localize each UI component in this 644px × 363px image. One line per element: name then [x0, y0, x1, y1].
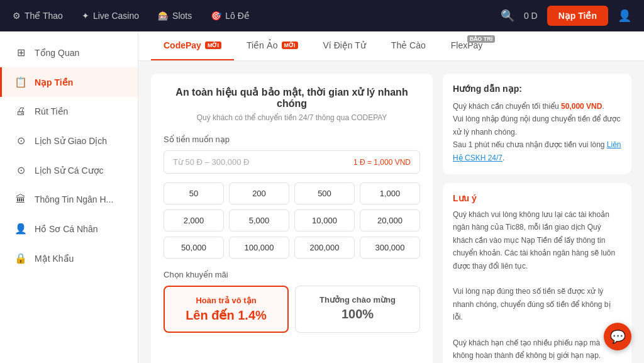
amount-input-wrapper[interactable]: Từ 50 Đ – 300,000 Đ 1 Đ = 1,000 VND: [164, 150, 420, 174]
panel-title: An toàn hiệu quả bảo mật, thời gian xử l…: [164, 86, 420, 109]
sidebar-label-ngan-hang: Thông Tin Ngân H...: [35, 194, 113, 204]
nap-tien-icon: 📋: [14, 76, 27, 88]
amount-grid: 50 200 500 1,000 2,000 5,000 10,000 20,0…: [164, 182, 420, 259]
tab-flexpay[interactable]: FlexPay BẢO TRÌ: [438, 31, 496, 60]
guide-text: Quý khách cần chuyển tối thiểu 50,000 VN…: [453, 100, 621, 164]
sidebar-item-ho-so-ca-nhan[interactable]: 👤 Hồ Sơ Cá Nhân: [0, 214, 138, 243]
promo-section: Chọn khuyến mãi Hoàn trả vô tận Lên đến …: [164, 270, 420, 333]
amount-btn-200000[interactable]: 200,000: [294, 237, 355, 259]
the-thao-icon: ⚙: [13, 11, 21, 21]
nav-item-lo-de[interactable]: 🎯 Lô Đề: [211, 11, 250, 21]
panel-subtitle: Quý khách có thể chuyển tiền 24/7 thông …: [164, 113, 420, 122]
amount-btn-2000[interactable]: 2,000: [164, 209, 224, 232]
slots-icon: 🎰: [158, 11, 169, 21]
guide-highlight-amount: 50,000 VND: [561, 102, 602, 111]
amount-btn-10000[interactable]: 10,000: [294, 209, 355, 232]
sidebar-label-ho-so: Hồ Sơ Cá Nhân: [35, 224, 97, 234]
tab-label-the-cao: Thẻ Cào: [391, 40, 426, 50]
sidebar: ⊞ Tổng Quan 📋 Nạp Tiền 🖨 Rút Tiền ⊙ Lịch…: [0, 31, 138, 363]
lo-de-icon: 🎯: [211, 11, 221, 21]
amount-btn-20000[interactable]: 20,000: [360, 209, 420, 232]
tab-label-vi-dien-tu: Ví Điện Tử: [323, 40, 366, 50]
tab-the-cao[interactable]: Thẻ Cào: [379, 31, 438, 60]
sidebar-item-lich-su-giao-dich[interactable]: ⊙ Lịch Sử Giao Dịch: [0, 126, 138, 155]
promo-value-hoan-tra: Lên đến 1.4%: [174, 308, 279, 323]
amount-btn-100000[interactable]: 100,000: [229, 237, 289, 259]
tong-quan-icon: ⊞: [14, 47, 27, 59]
rut-tien-icon: 🖨: [14, 106, 27, 117]
tab-label-codepay: CodePay: [164, 40, 201, 50]
guide-box: Hướng dẫn nạp: Quý khách cần chuyển tối …: [443, 74, 631, 174]
tabs-bar: CodePay MỚI Tiền Ảo MỚI Ví Điện Tử Thẻ C…: [138, 31, 644, 61]
ho-so-icon: 👤: [14, 223, 27, 235]
promo-title-chao-mung: Thưởng chào mừng: [304, 295, 411, 304]
tab-tien-ao[interactable]: Tiền Ảo MỚI: [234, 31, 311, 60]
promo-card-chao-mung[interactable]: Thưởng chào mừng 100%: [295, 286, 420, 333]
amount-btn-1000[interactable]: 1,000: [360, 182, 420, 204]
sidebar-item-thong-tin-ngan-hang[interactable]: 🏛 Thông Tin Ngân H...: [0, 185, 138, 214]
left-panel: An toàn hiệu quả bảo mật, thời gian xử l…: [151, 74, 433, 363]
promo-value-chao-mung: 100%: [304, 307, 411, 321]
sidebar-label-nap-tien: Nạp Tiền: [35, 77, 73, 87]
promo-label: Chọn khuyến mãi: [164, 270, 420, 279]
lich-su-cc-icon: ⊙: [14, 164, 27, 176]
header: ⚙ Thể Thao ✦ Live Casino 🎰 Slots 🎯 Lô Đề…: [0, 0, 644, 31]
badge-bao-tri-flexpay: BẢO TRÌ: [467, 35, 496, 43]
sidebar-label-lich-su-gd: Lịch Sử Giao Dịch: [35, 136, 107, 146]
sidebar-label-tong-quan: Tổng Quan: [35, 48, 79, 58]
main-layout: ⊞ Tổng Quan 📋 Nạp Tiền 🖨 Rút Tiền ⊙ Lịch…: [0, 31, 644, 363]
amount-placeholder: Từ 50 Đ – 300,000 Đ: [173, 157, 249, 167]
amount-btn-200[interactable]: 200: [229, 182, 289, 204]
sidebar-label-mat-khau: Mật Khẩu: [35, 254, 74, 264]
nav-label-slots: Slots: [172, 11, 192, 21]
sidebar-label-lich-su-cc: Lịch Sử Cá Cược: [35, 165, 104, 176]
promo-grid: Hoàn trả vô tận Lên đến 1.4% Thưởng chào…: [164, 286, 420, 333]
note-text: Quý khách vui lòng không lưu lại các tài…: [453, 208, 621, 363]
promo-title-hoan-tra: Hoàn trả vô tận: [174, 296, 279, 305]
amount-rate: 1 Đ = 1,000 VND: [353, 158, 411, 167]
sidebar-item-tong-quan[interactable]: ⊞ Tổng Quan: [0, 38, 138, 67]
tab-codepay[interactable]: CodePay MỚI: [151, 31, 234, 60]
amount-btn-5000[interactable]: 5,000: [229, 209, 289, 232]
content-area: CodePay MỚI Tiền Ảo MỚI Ví Điện Tử Thẻ C…: [138, 31, 644, 363]
sidebar-item-nap-tien[interactable]: 📋 Nạp Tiền: [0, 67, 138, 97]
amount-btn-500[interactable]: 500: [294, 182, 355, 204]
nav-item-the-thao[interactable]: ⚙ Thể Thao: [13, 11, 63, 21]
header-right: 🔍 0 D Nạp Tiền 👤: [501, 6, 631, 26]
search-icon[interactable]: 🔍: [501, 9, 514, 23]
tab-vi-dien-tu[interactable]: Ví Điện Tử: [311, 31, 379, 60]
promo-card-hoan-tra[interactable]: Hoàn trả vô tận Lên đến 1.4%: [164, 286, 289, 333]
nav-label-the-thao: Thể Thao: [25, 11, 63, 21]
right-panel: Hướng dẫn nạp: Quý khách cần chuyển tối …: [443, 74, 631, 363]
tab-label-tien-ao: Tiền Ảo: [247, 40, 278, 50]
nap-tien-button[interactable]: Nạp Tiền: [547, 6, 608, 26]
live-casino-icon: ✦: [82, 11, 89, 21]
ngan-hang-icon: 🏛: [14, 194, 27, 205]
amount-btn-50000[interactable]: 50,000: [164, 237, 224, 259]
guide-link-cskh[interactable]: Liên Hệ CSKH 24/7: [453, 140, 621, 162]
lich-su-gd-icon: ⊙: [14, 135, 27, 147]
sidebar-label-rut-tien: Rút Tiền: [35, 106, 68, 116]
nav-label-lo-de: Lô Đề: [225, 11, 250, 21]
amount-btn-300000[interactable]: 300,000: [360, 237, 420, 259]
guide-title: Hướng dẫn nạp:: [453, 84, 621, 94]
mat-khau-icon: 🔒: [14, 252, 27, 264]
nav-item-live-casino[interactable]: ✦ Live Casino: [82, 11, 139, 21]
note-title: Lưu ý: [453, 193, 621, 203]
badge-new-tien-ao: MỚI: [282, 42, 298, 49]
sidebar-item-rut-tien[interactable]: 🖨 Rút Tiền: [0, 97, 138, 126]
nav-item-slots[interactable]: 🎰 Slots: [158, 11, 192, 21]
nav-label-live-casino: Live Casino: [93, 11, 139, 21]
main-area: An toàn hiệu quả bảo mật, thời gian xử l…: [138, 61, 644, 363]
sidebar-item-lich-su-ca-cuoc[interactable]: ⊙ Lịch Sử Cá Cược: [0, 155, 138, 185]
chat-icon: 💬: [610, 329, 626, 344]
sidebar-item-mat-khau[interactable]: 🔒 Mật Khẩu: [0, 243, 138, 273]
badge-new-codepay: MỚI: [205, 42, 221, 49]
amount-label: Số tiền muốn nạp: [164, 135, 420, 144]
note-box: Lưu ý Quý khách vui lòng không lưu lại c…: [443, 183, 631, 363]
amount-btn-50[interactable]: 50: [164, 182, 224, 204]
user-icon[interactable]: 👤: [618, 9, 631, 23]
chat-button[interactable]: 💬: [604, 323, 631, 350]
balance-display: 0 D: [524, 11, 538, 21]
